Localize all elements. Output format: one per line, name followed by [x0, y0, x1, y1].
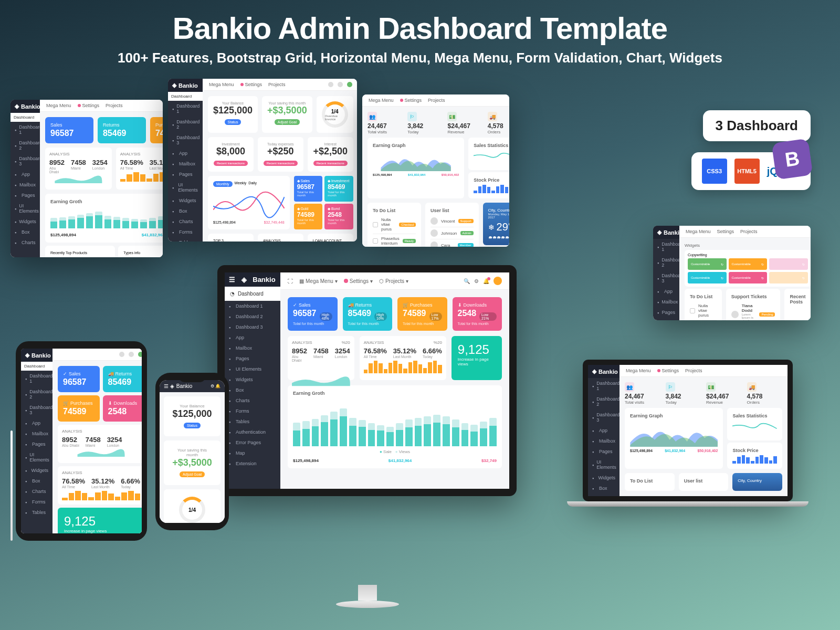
- preview-dashboard1-small: ◈Bankio Dashboard ▪Dashboard 1▪Dashboard…: [10, 100, 163, 257]
- sidebar-item-ui-elements[interactable]: ▪UI Elements: [225, 364, 280, 374]
- avatar[interactable]: [494, 277, 502, 285]
- sidebar-item-dashboard-2[interactable]: ▪Dashboard 2: [168, 117, 203, 132]
- expand-icon[interactable]: ⛶: [288, 278, 293, 284]
- sidebar-item-pages[interactable]: ▪Pages: [21, 439, 52, 449]
- sidebar-item-box[interactable]: ▪Box: [225, 385, 280, 395]
- avatar[interactable]: [347, 82, 352, 87]
- sidebar-item-dashboard-2[interactable]: ▪Dashboard 2: [10, 138, 40, 153]
- sidebar-item-dashboard-2[interactable]: ▪Dashboard 2: [588, 394, 620, 410]
- sidebar-dashboard[interactable]: ◔ Dashboard: [225, 287, 280, 301]
- nav-projects[interactable]: Projects: [106, 103, 123, 108]
- sidebar-item-extension[interactable]: ▪Extension: [225, 458, 280, 469]
- sidebar-item-forms[interactable]: ▪Forms: [225, 406, 280, 416]
- nav-mega[interactable]: Mega Menu: [306, 278, 333, 284]
- sidebar-item-authentication[interactable]: ▪Authentication: [225, 427, 280, 437]
- bell-icon[interactable]: [338, 82, 343, 87]
- nav-projects[interactable]: Projects: [385, 278, 404, 284]
- sidebar-item-charts[interactable]: ▪Charts: [10, 237, 40, 248]
- sidebar-item-dashboard-1[interactable]: ▪Dashboard 1: [10, 122, 40, 138]
- adjust-goal-button[interactable]: Adjust Goal: [275, 119, 300, 125]
- sidebar-item-dashboard-3[interactable]: ▪Dashboard 3: [653, 270, 679, 286]
- sidebar-item-dashboard-1[interactable]: ▪Dashboard 1: [168, 101, 203, 117]
- todo-item[interactable]: Phasellus interdumReady: [373, 234, 416, 247]
- sidebar-item-box[interactable]: ▪Box: [588, 483, 620, 494]
- todo-item[interactable]: Nulla vitae purusChecked: [373, 215, 416, 234]
- sidebar-item-map[interactable]: ▪Map: [225, 448, 280, 458]
- sidebar-item-error-pages[interactable]: ▪Error Pages: [225, 437, 280, 448]
- sidebar-item-app[interactable]: ▪App: [588, 425, 620, 436]
- sidebar-item-pages[interactable]: ▪Pages: [10, 190, 40, 201]
- stat-purchases: 🛒 Purchases 74589Low 17% Total for this …: [397, 297, 447, 331]
- sidebar-item-dashboard-2[interactable]: ▪Dashboard 2: [21, 386, 52, 402]
- pageviews-card: 9,125 Increase in page views: [452, 336, 502, 380]
- stat-sales: ✓ Sales 96587High 48% Total for this mon…: [288, 297, 338, 331]
- hero-subtitle: 100+ Features, Bootstrap Grid, Horizonta…: [0, 50, 840, 66]
- preview-widgets: ◈Bankio ▪Dashboard 1▪Dashboard 2▪Dashboa…: [653, 226, 811, 320]
- sidebar-dashboard[interactable]: Dashboard: [10, 113, 40, 122]
- sidebar-item-ui-elements[interactable]: ▪UI Elements: [168, 180, 203, 195]
- sidebar-item-mailbox[interactable]: ▪Mailbox: [588, 436, 620, 446]
- search-icon[interactable]: 🔍: [464, 278, 470, 284]
- sidebar-item-dashboard-3[interactable]: ▪Dashboard 3: [225, 322, 280, 332]
- sidebar-item-mailbox[interactable]: ▪Mailbox: [653, 297, 679, 307]
- sidebar-item-dashboard-1[interactable]: ▪Dashboard 1: [225, 301, 280, 311]
- sidebar-item-pages[interactable]: ▪Pages: [168, 169, 203, 180]
- css3-logo: CSS3: [702, 159, 727, 184]
- sidebar-item-app[interactable]: ▪App: [653, 286, 679, 297]
- sidebar-item-app[interactable]: ▪App: [10, 169, 40, 180]
- nav-settings[interactable]: Settings: [350, 278, 369, 284]
- sidebar-item-dashboard-3[interactable]: ▪Dashboard 3: [168, 132, 203, 148]
- search-icon[interactable]: [328, 82, 333, 87]
- sidebar-item-tables[interactable]: ▪Tables: [225, 416, 280, 427]
- sidebar-item-app[interactable]: ▪App: [225, 332, 280, 343]
- sidebar-item-dashboard-1[interactable]: ▪Dashboard 1: [588, 378, 620, 394]
- sidebar-item-dashboard-3[interactable]: ▪Dashboard 3: [10, 153, 40, 169]
- nav-mega[interactable]: Mega Menu: [46, 103, 71, 108]
- sidebar-item-widgets[interactable]: ▪Widgets: [588, 472, 620, 483]
- sidebar-item-charts[interactable]: ▪Charts: [588, 494, 620, 501]
- sidebar-item-mailbox[interactable]: ▪Mailbox: [10, 180, 40, 190]
- sidebar-item-ui-elements[interactable]: ▪UI Elements: [10, 201, 40, 216]
- sidebar-item-charts[interactable]: ▪Charts: [225, 395, 280, 406]
- sidebar-item-ui-elements[interactable]: ▪UI Elements: [588, 457, 620, 472]
- sidebar-item-forms[interactable]: ▪Forms: [168, 227, 203, 237]
- sidebar-item-box[interactable]: ▪Box: [168, 206, 203, 216]
- sidebar-item-app[interactable]: ▪App: [168, 148, 203, 159]
- gear-icon[interactable]: ⚙: [474, 278, 479, 284]
- bell-icon[interactable]: 🔔: [483, 278, 489, 284]
- sidebar-item-app[interactable]: ▪App: [21, 418, 52, 428]
- preview-phone: ☰ ◈ Bankio⚙ 🔔 Your Balance $125,000 Stat…: [155, 373, 229, 530]
- sidebar-item-dashboard-3[interactable]: ▪Dashboard 3: [21, 402, 52, 418]
- sidebar-item-pages[interactable]: ▪Pages: [588, 446, 620, 457]
- sidebar-item-box[interactable]: ▪Box: [10, 227, 40, 237]
- sidebar-item-forms[interactable]: ▪Forms: [21, 497, 52, 507]
- sidebar-item-charts[interactable]: ▪Charts: [21, 486, 52, 497]
- sidebar-item-ui-elements[interactable]: ▪UI Elements: [21, 449, 52, 465]
- sidebar-item-pages[interactable]: ▪Pages: [653, 307, 679, 318]
- earning-chart: [293, 399, 497, 446]
- sidebar-item-dashboard-2[interactable]: ▪Dashboard 2: [653, 255, 679, 270]
- menu-icon[interactable]: ☰: [229, 276, 235, 284]
- sidebar-item-widgets[interactable]: ▪Widgets: [225, 374, 280, 385]
- sidebar-item-widgets[interactable]: ▪Widgets: [10, 216, 40, 227]
- bootstrap-logo: B: [771, 138, 813, 180]
- sidebar-item-widgets[interactable]: ▪Widgets: [21, 465, 52, 476]
- sidebar-item-mailbox[interactable]: ▪Mailbox: [168, 159, 203, 169]
- nav-settings[interactable]: Settings: [82, 103, 100, 108]
- sidebar-item-tables[interactable]: ▪Tables: [168, 237, 203, 242]
- sidebar-item-charts[interactable]: ▪Charts: [168, 216, 203, 227]
- earning-title: Earning Groth: [293, 391, 497, 396]
- adjust-goal-button[interactable]: Adjust Goal: [180, 471, 205, 477]
- sidebar-item-dashboard-3[interactable]: ▪Dashboard 3: [588, 410, 620, 425]
- sidebar-item-mailbox[interactable]: ▪Mailbox: [225, 343, 280, 353]
- stylus: [10, 430, 13, 541]
- sidebar-item-widgets[interactable]: ▪Widgets: [168, 195, 203, 206]
- sidebar-item-dashboard-1[interactable]: ▪Dashboard 1: [653, 239, 679, 255]
- brand-label: Bankio: [21, 103, 40, 110]
- sidebar-item-dashboard-1[interactable]: ▪Dashboard 1: [21, 371, 52, 386]
- sidebar-item-mailbox[interactable]: ▪Mailbox: [21, 428, 52, 439]
- sidebar-item-dashboard-2[interactable]: ▪Dashboard 2: [225, 311, 280, 322]
- sidebar-item-pages[interactable]: ▪Pages: [225, 353, 280, 364]
- sidebar-item-box[interactable]: ▪Box: [21, 476, 52, 486]
- sidebar-item-tables[interactable]: ▪Tables: [21, 507, 52, 518]
